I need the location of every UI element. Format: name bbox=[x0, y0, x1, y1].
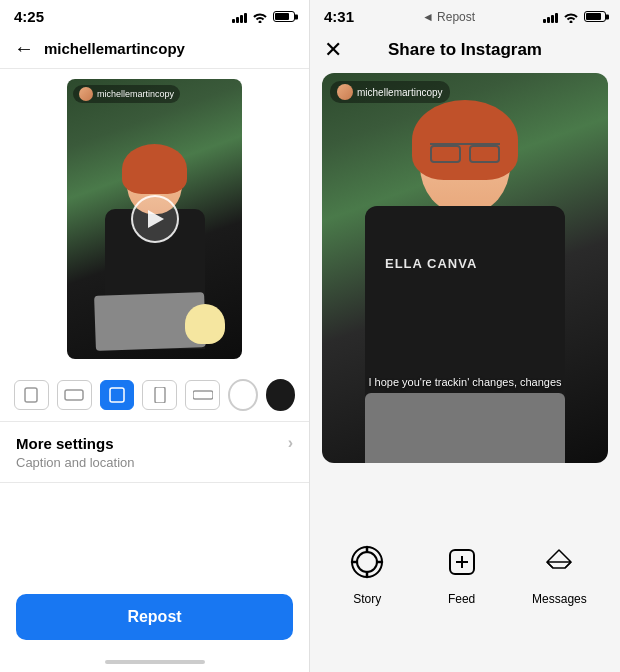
messages-label: Messages bbox=[532, 592, 587, 606]
svg-point-6 bbox=[357, 552, 377, 572]
format-landscape-small[interactable] bbox=[57, 380, 92, 410]
status-icons-right bbox=[543, 11, 606, 23]
wifi-icon-right bbox=[563, 11, 579, 23]
video-subtitle-right: I hope you're trackin' changes, changes bbox=[332, 376, 598, 388]
feed-label: Feed bbox=[448, 592, 475, 606]
share-options: Story Feed Messages bbox=[310, 463, 620, 672]
share-option-feed[interactable]: Feed bbox=[438, 538, 486, 606]
play-button-left[interactable] bbox=[131, 195, 179, 243]
more-settings-title: More settings › bbox=[16, 434, 293, 452]
svg-rect-1 bbox=[65, 390, 83, 400]
close-button[interactable]: ✕ bbox=[324, 37, 342, 63]
format-portrait-large-icon bbox=[150, 387, 170, 403]
more-settings-label: More settings bbox=[16, 435, 114, 452]
play-triangle-left bbox=[148, 210, 164, 228]
more-settings-subtitle: Caption and location bbox=[16, 455, 293, 470]
status-time-right: 4:31 bbox=[324, 8, 354, 25]
repost-button[interactable]: Repost bbox=[16, 594, 293, 640]
format-portrait-small-icon bbox=[21, 387, 41, 403]
format-bar bbox=[0, 369, 309, 421]
username-header-left: michellemartincopy bbox=[44, 40, 185, 57]
person-figure-left bbox=[90, 139, 220, 359]
video-thumbnail-left[interactable]: michellemartincopy bbox=[67, 79, 242, 359]
chevron-right-icon: › bbox=[288, 434, 293, 452]
person-hair-right bbox=[412, 100, 518, 180]
svg-line-15 bbox=[565, 562, 571, 568]
repost-back: ◄ Repost bbox=[422, 10, 475, 24]
food-item bbox=[185, 304, 225, 344]
svg-rect-2 bbox=[110, 388, 124, 402]
signal-icon bbox=[232, 11, 247, 23]
repost-btn-container: Repost bbox=[0, 582, 309, 660]
avatar-small-left bbox=[79, 87, 93, 101]
share-title: Share to Instagram bbox=[354, 40, 576, 60]
feed-icon bbox=[438, 538, 486, 586]
share-option-messages[interactable]: Messages bbox=[532, 538, 587, 606]
svg-rect-4 bbox=[193, 391, 213, 399]
format-landscape-small-icon bbox=[64, 387, 84, 403]
status-bar-left: 4:25 bbox=[0, 0, 309, 29]
glass-left bbox=[430, 145, 461, 163]
wifi-icon bbox=[252, 11, 268, 23]
battery-icon-right bbox=[584, 11, 606, 22]
video-username-left: michellemartincopy bbox=[97, 89, 174, 99]
more-settings[interactable]: More settings › Caption and location bbox=[0, 421, 309, 483]
back-button[interactable]: ← bbox=[14, 37, 34, 60]
spacer-left bbox=[0, 483, 309, 582]
format-landscape-large[interactable] bbox=[185, 380, 220, 410]
status-bar-right: 4:31 ◄ Repost bbox=[310, 0, 620, 29]
header-right: ✕ Share to Instagram bbox=[310, 29, 620, 73]
glass-right bbox=[469, 145, 500, 163]
person-hair-left bbox=[122, 144, 187, 194]
header-left: ← michellemartincopy bbox=[0, 29, 309, 69]
person-figure-right: ELLA CANVA bbox=[345, 93, 585, 463]
glasses bbox=[430, 143, 500, 163]
home-indicator-left bbox=[105, 660, 205, 664]
signal-icon-right bbox=[543, 11, 558, 23]
left-panel: 4:25 ← michellemartincopy michellemarti bbox=[0, 0, 310, 672]
filter-circle-dark[interactable] bbox=[266, 379, 296, 411]
filter-circle-light[interactable] bbox=[228, 379, 258, 411]
story-label: Story bbox=[353, 592, 381, 606]
video-thumbnail-right[interactable]: michellemartincopy ELLA CANVA I hope you… bbox=[322, 73, 608, 463]
format-portrait-small[interactable] bbox=[14, 380, 49, 410]
messages-icon bbox=[535, 538, 583, 586]
status-time-left: 4:25 bbox=[14, 8, 44, 25]
video-badge-left: michellemartincopy bbox=[73, 85, 180, 103]
svg-line-14 bbox=[547, 562, 553, 568]
format-square-icon bbox=[107, 387, 127, 403]
person-head-right bbox=[420, 108, 510, 213]
svg-rect-0 bbox=[25, 388, 37, 402]
battery-icon bbox=[273, 11, 295, 22]
repost-back-label: ◄ Repost bbox=[422, 10, 475, 24]
format-portrait-large[interactable] bbox=[142, 380, 177, 410]
format-landscape-large-icon bbox=[193, 387, 213, 403]
share-option-story[interactable]: Story bbox=[343, 538, 391, 606]
svg-rect-3 bbox=[155, 387, 165, 403]
laptop-right bbox=[365, 393, 565, 463]
status-icons-left bbox=[232, 11, 295, 23]
story-icon bbox=[343, 538, 391, 586]
right-panel: 4:31 ◄ Repost ✕ Share to Instagram bbox=[310, 0, 620, 672]
ella-canvas-text: ELLA CANVA bbox=[385, 256, 477, 271]
format-square[interactable] bbox=[100, 380, 135, 410]
